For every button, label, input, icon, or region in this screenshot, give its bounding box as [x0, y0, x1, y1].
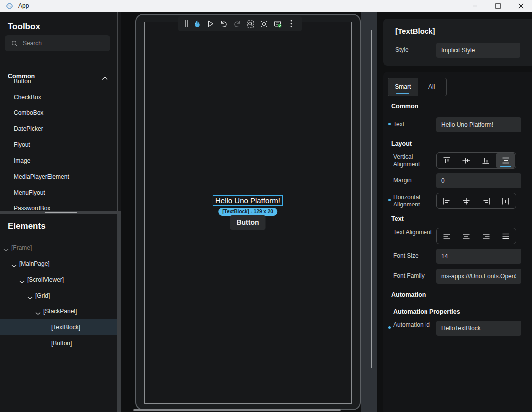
halign-center-button[interactable]: [457, 193, 477, 208]
section-automation-properties: Automation Properties: [393, 309, 460, 315]
font-size-input[interactable]: [436, 249, 521, 264]
inspector-body-card: Smart All Common Text Layout Vertical Al…: [383, 72, 532, 412]
halign-right-button[interactable]: [476, 193, 496, 208]
toolbox-item-image[interactable]: Image: [0, 153, 117, 169]
property-row-font-family: Font Family: [383, 268, 532, 285]
active-tab-indicator: [396, 93, 409, 94]
close-button[interactable]: [509, 0, 532, 12]
hot-reload-button[interactable]: [190, 16, 204, 31]
tab-all-label: All: [428, 83, 435, 90]
section-common: Common: [391, 103, 418, 110]
undo-icon: [220, 20, 228, 28]
valign-top-button[interactable]: [437, 153, 456, 168]
font-family-input[interactable]: [436, 269, 521, 284]
tab-smart-label: Smart: [395, 83, 411, 90]
modified-indicator-icon: [388, 326, 391, 329]
automation-id-input[interactable]: [436, 321, 521, 336]
valign-bottom-button[interactable]: [476, 153, 495, 168]
inspect-element-button[interactable]: [244, 16, 257, 31]
text-property-input[interactable]: [436, 117, 521, 132]
undo-button[interactable]: [217, 16, 230, 31]
maximize-icon: [495, 3, 501, 9]
modified-indicator-icon: [388, 199, 391, 201]
canvas-button-element[interactable]: Button: [230, 215, 266, 230]
horizontal-scrollbar[interactable]: [133, 409, 341, 411]
inspect-element-icon: [246, 20, 255, 28]
align-top-icon: [442, 157, 451, 165]
minimize-button[interactable]: [463, 0, 486, 12]
property-row-text-alignment: Text Alignment: [383, 228, 532, 244]
app-logo-icon: [5, 2, 14, 10]
tree-item-mainpage[interactable]: [MainPage]: [0, 256, 117, 272]
property-row-margin: Margin: [383, 173, 532, 189]
toolbox-item-combobox[interactable]: ComboBox: [0, 105, 117, 121]
form-validation-button[interactable]: [271, 16, 284, 31]
tree-item-scrollviewer[interactable]: [ScrollViewer]: [0, 272, 117, 288]
chevron-down-icon[interactable]: [3, 245, 9, 254]
text-align-justify-button[interactable]: [496, 228, 516, 244]
canvas-gutter: [361, 12, 377, 412]
drag-handle-icon[interactable]: [182, 16, 190, 31]
tab-smart[interactable]: Smart: [388, 78, 418, 96]
tree-item-grid[interactable]: [Grid]: [0, 288, 117, 304]
splitter-handle-icon: [45, 212, 77, 213]
chevron-down-icon[interactable]: [11, 261, 17, 270]
toolbox-item-button[interactable]: Button: [0, 73, 117, 89]
toolbox-search[interactable]: [5, 35, 110, 51]
align-vcenter-icon: [462, 157, 471, 165]
tree-item-textblock-selected[interactable]: [TextBlock]: [0, 319, 117, 335]
chevron-down-icon[interactable]: [27, 293, 33, 302]
tab-all[interactable]: All: [418, 78, 447, 96]
search-icon: [11, 40, 18, 47]
panel-splitter[interactable]: [0, 211, 121, 214]
search-input[interactable]: [23, 40, 106, 47]
tree-item-frame[interactable]: [Frame]: [0, 240, 117, 256]
maximize-button[interactable]: [486, 0, 509, 12]
valign-stretch-button[interactable]: [496, 153, 515, 168]
section-automation: Automation: [391, 291, 426, 298]
text-align-center-button[interactable]: [457, 228, 477, 244]
play-button[interactable]: [204, 16, 217, 31]
toolbox-item-checkbox[interactable]: CheckBox: [0, 89, 117, 105]
form-checklist-icon: [273, 20, 282, 28]
toolbox-item-datepicker[interactable]: DatePicker: [0, 121, 117, 137]
text-align-right-icon: [482, 233, 491, 240]
elements-scrollbar[interactable]: [117, 214, 121, 412]
toolbox-item-flyout[interactable]: Flyout: [0, 137, 117, 153]
toolbox-item-menuflyout[interactable]: MenuFlyout: [0, 185, 117, 201]
text-align-right-button[interactable]: [476, 228, 496, 244]
selected-textblock[interactable]: Hello Uno Platform!: [213, 195, 283, 206]
vertical-alignment-group: [436, 152, 516, 169]
margin-input[interactable]: [436, 173, 521, 188]
tree-item-label: [Button]: [51, 335, 72, 351]
halign-stretch-button[interactable]: [496, 193, 516, 208]
text-align-left-button[interactable]: [437, 228, 457, 244]
valign-center-button[interactable]: [456, 153, 476, 168]
tree-item-stackpanel[interactable]: [StackPanel]: [0, 304, 117, 319]
tree-item-label: [Frame]: [11, 240, 32, 256]
sun-icon: [260, 20, 268, 28]
chevron-down-icon[interactable]: [19, 277, 25, 286]
redo-button-disabled[interactable]: [230, 16, 244, 31]
inspector-header-card: [TextBlock] Style: [383, 19, 532, 66]
horizontal-alignment-label: Horizontal Alignment: [393, 194, 435, 208]
align-hcenter-icon: [462, 197, 471, 205]
vertical-scrollbar[interactable]: [371, 30, 372, 368]
text-alignment-group: [436, 228, 516, 244]
font-size-label: Font Size: [393, 252, 435, 260]
chevron-down-icon[interactable]: [35, 309, 41, 317]
horizontal-alignment-group: [436, 193, 516, 209]
tree-item-button[interactable]: [Button]: [0, 335, 117, 351]
style-label: Style: [395, 46, 409, 54]
align-left-icon: [442, 197, 451, 205]
style-input[interactable]: [436, 43, 520, 58]
inspector-tabs: Smart All: [388, 78, 447, 96]
text-align-justify-icon: [501, 233, 510, 240]
halign-left-button[interactable]: [437, 193, 457, 208]
titlebar: App: [0, 0, 532, 12]
toolbox-item-mediaplayerelement[interactable]: MediaPlayerElement: [0, 169, 117, 185]
theme-toggle-button[interactable]: [257, 16, 271, 31]
more-options-button[interactable]: [284, 16, 298, 31]
minimize-icon: [472, 3, 478, 9]
toolbox-scrollbar[interactable]: [117, 12, 118, 211]
